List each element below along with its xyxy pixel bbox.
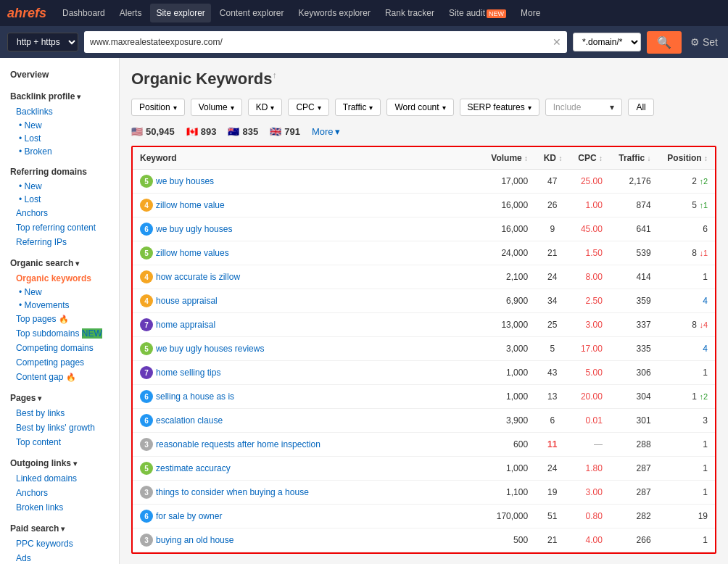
keyword-cell[interactable]: 4 zillow home value: [133, 194, 482, 217]
th-kd[interactable]: KD ↕: [535, 147, 569, 170]
keyword-text[interactable]: for sale by owner: [156, 511, 222, 521]
sidebar-outgoing-anchors[interactable]: Anchors: [0, 486, 119, 500]
th-cpc[interactable]: CPC ↕: [569, 147, 610, 170]
sidebar-paid-search[interactable]: Paid search: [0, 519, 119, 536]
keyword-text[interactable]: buying an old house: [156, 535, 233, 545]
th-keyword[interactable]: Keyword: [133, 147, 482, 170]
keyword-text[interactable]: how accurate is zillow: [156, 272, 240, 282]
sidebar-overview[interactable]: Overview: [0, 65, 119, 83]
sidebar-organic-keywords[interactable]: Organic keywords: [0, 271, 119, 286]
kd-filter[interactable]: KD ▾: [248, 99, 283, 116]
keyword-text[interactable]: zillow home values: [156, 248, 229, 258]
sidebar-competing-domains[interactable]: Competing domains: [0, 341, 119, 355]
th-volume[interactable]: Volume ↕: [482, 147, 535, 170]
position-filter[interactable]: Position ▾: [131, 99, 185, 116]
settings-icon[interactable]: ⚙ Set: [687, 33, 721, 51]
nav-alerts[interactable]: Alerts: [114, 4, 148, 22]
keyword-cell[interactable]: 3 reasonable requests after home inspect…: [133, 433, 482, 457]
sidebar-broken-links[interactable]: Broken links: [0, 500, 119, 515]
all-button[interactable]: All: [628, 99, 653, 116]
sidebar-backlinks-broken[interactable]: Broken: [0, 145, 119, 158]
sidebar-backlink-profile[interactable]: Backlink profile: [0, 87, 119, 104]
keyword-cell[interactable]: 5 zillow home values: [133, 241, 482, 265]
keyword-text[interactable]: we buy ugly houses: [156, 224, 232, 234]
serp-features-filter[interactable]: SERP features ▾: [460, 99, 539, 116]
sidebar-ads[interactable]: Ads: [0, 551, 119, 564]
search-button[interactable]: 🔍: [647, 31, 682, 54]
keyword-cell[interactable]: 6 for sale by owner: [133, 505, 482, 528]
keyword-text[interactable]: zestimate accuracy: [156, 463, 231, 473]
sidebar-anchors[interactable]: Anchors: [0, 206, 119, 220]
sidebar-backlinks[interactable]: Backlinks: [0, 104, 119, 119]
sidebar-referring-ips[interactable]: Referring IPs: [0, 235, 119, 249]
sidebar-backlinks-new[interactable]: New: [0, 119, 119, 132]
sidebar-pages[interactable]: Pages: [0, 389, 119, 406]
th-traffic[interactable]: Traffic ↓: [610, 147, 658, 170]
cpc-filter[interactable]: CPC ▾: [288, 99, 328, 116]
keyword-text[interactable]: things to consider when buying a house: [156, 487, 309, 497]
sidebar-ref-domains-lost[interactable]: Lost: [0, 193, 119, 206]
keyword-text[interactable]: we buy ugly houses reviews: [156, 344, 264, 354]
keyword-cell[interactable]: 6 escalation clause: [133, 409, 482, 433]
keyword-text[interactable]: home appraisal: [156, 320, 215, 330]
nav-keywords-explorer[interactable]: Keywords explorer: [293, 4, 376, 22]
keyword-cell[interactable]: 5 we buy ugly houses reviews: [133, 337, 482, 361]
flag-us[interactable]: 🇺🇸 50,945: [131, 126, 175, 137]
keyword-text[interactable]: selling a house as is: [156, 391, 234, 402]
sidebar-top-pages[interactable]: Top pages 🔥: [0, 312, 119, 326]
keyword-cell[interactable]: 5 we buy houses: [133, 170, 482, 194]
nav-dashboard[interactable]: Dashboard: [57, 4, 111, 22]
keyword-text[interactable]: escalation clause: [156, 415, 223, 426]
flag-ca[interactable]: 🇨🇦 893: [186, 126, 217, 137]
keyword-cell[interactable]: 3 buying an old house: [133, 528, 482, 552]
sidebar-ref-domains-new[interactable]: New: [0, 180, 119, 193]
sidebar-linked-domains[interactable]: Linked domains: [0, 471, 119, 486]
nav-rank-tracker[interactable]: Rank tracker: [379, 4, 440, 22]
keyword-text[interactable]: reasonable requests after home inspectio…: [156, 439, 320, 449]
keyword-cell[interactable]: 7 home appraisal: [133, 313, 482, 337]
flag-gb[interactable]: 🇬🇧 791: [270, 126, 300, 137]
keyword-cell[interactable]: 3 things to consider when buying a house: [133, 481, 482, 505]
traffic-filter[interactable]: Traffic ▾: [335, 99, 381, 116]
keyword-cell[interactable]: 4 house appraisal: [133, 289, 482, 313]
word-count-filter[interactable]: Word count ▾: [386, 99, 453, 116]
nav-site-audit[interactable]: Site auditNEW: [443, 4, 512, 22]
sidebar-content-gap[interactable]: Content gap 🔥: [0, 370, 119, 384]
sidebar-ppc-keywords[interactable]: PPC keywords: [0, 536, 119, 551]
sidebar-organic-movements[interactable]: Movements: [0, 299, 119, 312]
sidebar-organic-search[interactable]: Organic search: [0, 254, 119, 271]
include-filter[interactable]: Include ▾: [545, 99, 623, 116]
keyword-cell[interactable]: 7 home selling tips: [133, 361, 482, 385]
sidebar-best-by-links-growth[interactable]: Best by links' growth: [0, 420, 119, 435]
url-clear-icon[interactable]: ✕: [553, 36, 561, 48]
more-flags-button[interactable]: More ▾: [312, 126, 340, 137]
keyword-text[interactable]: home selling tips: [156, 368, 220, 378]
sidebar-competing-pages[interactable]: Competing pages: [0, 355, 119, 370]
nav-more[interactable]: More: [515, 4, 546, 22]
keyword-text[interactable]: zillow home value: [156, 200, 225, 210]
sidebar-outgoing-links[interactable]: Outgoing links: [0, 454, 119, 471]
sidebar-referring-domains[interactable]: Referring domains: [0, 162, 119, 180]
flag-au[interactable]: 🇦🇺 835: [228, 126, 258, 137]
nav-content-explorer[interactable]: Content explorer: [214, 4, 290, 22]
position-cell: 8 ↓1: [658, 241, 715, 265]
keyword-text[interactable]: we buy houses: [156, 176, 214, 186]
keyword-text[interactable]: house appraisal: [156, 296, 218, 306]
keyword-cell[interactable]: 4 how accurate is zillow: [133, 265, 482, 289]
sidebar-top-subdomains[interactable]: Top subdomains NEW: [0, 326, 119, 341]
sidebar-top-content[interactable]: Top content: [0, 435, 119, 449]
sidebar-top-referring[interactable]: Top referring content: [0, 220, 119, 235]
keyword-cell[interactable]: 6 selling a house as is: [133, 385, 482, 409]
domain-pattern-select[interactable]: *.domain/*: [573, 33, 641, 51]
volume-filter[interactable]: Volume ▾: [191, 99, 242, 116]
keyword-cell[interactable]: 5 zestimate accuracy: [133, 457, 482, 481]
sidebar-backlinks-lost[interactable]: Lost: [0, 132, 119, 145]
protocol-select[interactable]: http + https: [7, 33, 78, 51]
kd-cell: 43: [535, 361, 569, 385]
sidebar-best-by-links[interactable]: Best by links: [0, 406, 119, 420]
keyword-cell[interactable]: 6 we buy ugly houses: [133, 217, 482, 241]
nav-site-explorer[interactable]: Site explorer: [150, 4, 210, 22]
url-input[interactable]: [90, 37, 553, 47]
sidebar-organic-new[interactable]: New: [0, 286, 119, 299]
th-position[interactable]: Position ↕: [658, 147, 715, 170]
